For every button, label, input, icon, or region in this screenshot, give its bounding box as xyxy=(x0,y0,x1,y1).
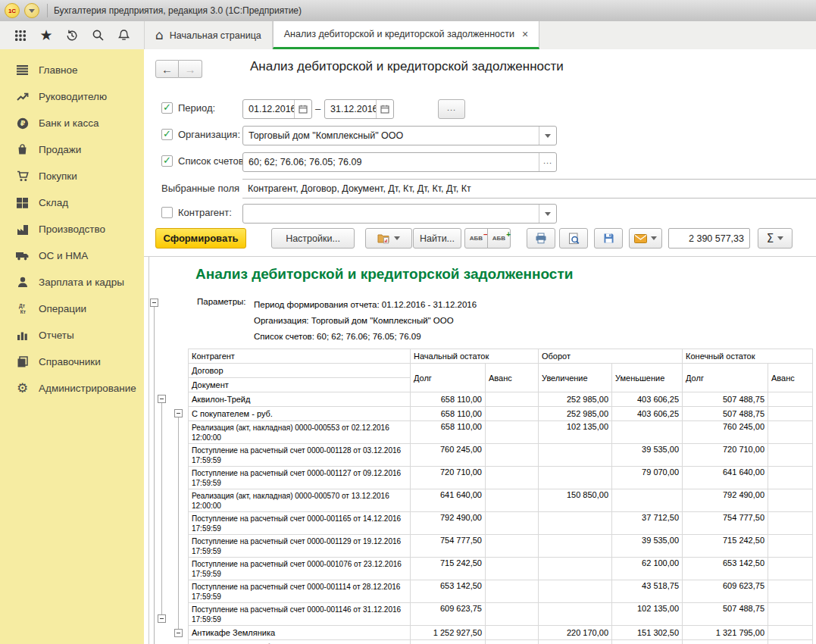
accounts-checkbox[interactable]: ✓ xyxy=(161,155,173,167)
system-menu-button[interactable] xyxy=(24,3,39,18)
cart-icon xyxy=(16,170,29,183)
collapse-subgroup-toggle[interactable] xyxy=(174,409,183,417)
ellipsis-icon[interactable]: ... xyxy=(539,153,556,171)
sidebar-item-pokupki[interactable]: Покупки xyxy=(0,163,144,189)
filter-row-counterparty: Контрагент: xyxy=(144,204,816,224)
sidebar-item-sklad[interactable]: Склад xyxy=(0,189,144,216)
sidebar-item-operacii[interactable]: Дт Кт Операции xyxy=(0,295,144,322)
sidebar-item-administrirovanie[interactable]: ⚙ Администрирование xyxy=(0,375,144,402)
sidebar-item-os-i-nma[interactable]: ОС и НМА xyxy=(0,242,144,269)
close-icon[interactable]: × xyxy=(522,29,528,39)
counterparty-select[interactable] xyxy=(242,204,557,224)
column-header: Уменьшение xyxy=(612,364,683,392)
table-row[interactable]: Поступление на расчетный счет 0000-00112… xyxy=(189,467,813,489)
expand-groups-button[interactable]: АБВ+ xyxy=(487,228,511,249)
counterparty-checkbox[interactable] xyxy=(161,207,173,218)
print-button[interactable] xyxy=(527,228,555,249)
sidebar-item-prodazhi[interactable]: Продажи xyxy=(0,136,144,163)
find-button[interactable]: Найти... xyxy=(413,228,461,249)
table-row[interactable]: С покупателем - руб.1 252 927,50220 170,… xyxy=(189,640,813,644)
search-icon[interactable] xyxy=(89,27,106,44)
sidebar-item-proizvodstvo[interactable]: Производство xyxy=(0,216,144,242)
sidebar-item-label: ОС и НМА xyxy=(39,250,88,261)
table-row[interactable]: Поступление на расчетный счет 0000-00111… xyxy=(189,580,813,603)
collapse-subgroup-toggle[interactable] xyxy=(174,629,183,637)
row-label: Поступление на расчетный счет 0000-00112… xyxy=(189,467,411,489)
row-value xyxy=(768,407,813,421)
row-value: 507 488,75 xyxy=(683,603,768,626)
table-row[interactable]: Поступление на расчетный счет 0000-00112… xyxy=(189,535,813,558)
sum-button[interactable]: Σ xyxy=(758,228,793,249)
fields-value-field[interactable]: Контрагент, Договор, Документ, Дт, Кт, Д… xyxy=(242,179,816,199)
collapse-group-toggle[interactable] xyxy=(158,614,166,623)
organization-checkbox[interactable]: ✓ xyxy=(161,129,173,140)
sidebar-item-zarplata-i-kadry[interactable]: Зарплата и кадры xyxy=(0,269,144,295)
table-row[interactable]: Реализация (акт, накладная) 0000-000570 … xyxy=(189,489,813,512)
email-button[interactable] xyxy=(629,228,662,249)
person-icon xyxy=(16,276,29,289)
apps-grid-icon[interactable] xyxy=(12,27,29,44)
calendar-icon[interactable] xyxy=(376,100,393,118)
report-param-line: Период формирования отчета: 01.12.2016 -… xyxy=(254,297,477,313)
back-button[interactable]: ← xyxy=(155,60,179,78)
table-row[interactable]: Антикафе Земляника1 252 927,50220 170,00… xyxy=(189,626,813,640)
books-icon xyxy=(16,355,29,368)
collapse-group-toggle[interactable] xyxy=(158,395,166,403)
truck-icon xyxy=(16,249,29,262)
sidebar-item-bank-i-kassa[interactable]: ₽ Банк и касса xyxy=(0,110,144,136)
sidebar-item-glavnoe[interactable]: Главное xyxy=(0,57,144,83)
filter-row-accounts: ✓ Список счетов: 60; 62; 76.06; 76.05; 7… xyxy=(144,152,816,172)
bell-icon[interactable] xyxy=(115,27,132,44)
collapse-groups-button[interactable]: АБВ− xyxy=(464,228,488,249)
table-row[interactable]: Поступление на расчетный счет 0000-00114… xyxy=(189,603,813,626)
sum-display-field[interactable]: 2 390 577,33 xyxy=(668,228,750,249)
table-row[interactable]: Поступление на расчетный счет 0000-00112… xyxy=(189,444,813,467)
row-value: 220 170,00 xyxy=(539,640,612,644)
generate-button[interactable]: Сформировать xyxy=(155,228,246,249)
history-icon[interactable] xyxy=(64,27,80,44)
row-value xyxy=(539,558,612,580)
table-row[interactable]: Реализация (акт, накладная) 0000-000553 … xyxy=(189,421,813,444)
print-preview-button[interactable] xyxy=(559,228,588,249)
chevron-down-icon[interactable] xyxy=(539,127,556,145)
collapse-report-toggle[interactable] xyxy=(150,299,158,307)
period-from-field[interactable]: 01.12.2016 xyxy=(242,99,312,119)
counterparty-label: Контрагент: xyxy=(178,207,232,218)
table-row[interactable]: Аквилон-Трейд658 110,00252 985,00403 606… xyxy=(189,392,813,407)
chevron-down-icon[interactable] xyxy=(539,205,556,223)
row-label: Поступление на расчетный счет 0000-00116… xyxy=(189,512,411,535)
report-variants-button[interactable] xyxy=(365,228,412,249)
row-label: Поступление на расчетный счет 0000-00114… xyxy=(189,603,411,626)
forward-button[interactable]: → xyxy=(179,60,202,78)
row-value: 760 245,00 xyxy=(411,444,486,467)
row-value: 507 488,75 xyxy=(683,407,768,421)
table-row[interactable]: С покупателем - руб.658 110,00252 985,00… xyxy=(189,407,813,421)
row-value xyxy=(768,421,813,444)
period-to-field[interactable]: 31.12.2016 xyxy=(324,99,394,119)
organization-select[interactable]: Торговый дом "Комплексный" ООО xyxy=(242,126,557,145)
window-titlebar: 1С Бухгалтерия предприятия, редакция 3.0… xyxy=(0,0,816,22)
sidebar-item-rukovoditelyu[interactable]: Руководителю xyxy=(0,83,144,110)
settings-button[interactable]: Настройки... xyxy=(271,228,355,249)
table-row[interactable]: Поступление на расчетный счет 0000-00116… xyxy=(189,512,813,535)
app-logo-1c-icon[interactable]: 1С xyxy=(5,3,20,18)
period-checkbox[interactable]: ✓ xyxy=(161,102,173,114)
row-value: 641 640,00 xyxy=(411,489,486,512)
tab-home[interactable]: ⌂ Начальная страница xyxy=(144,21,273,49)
sidebar-item-otchety[interactable]: Отчеты xyxy=(0,322,144,349)
row-value: 403 606,25 xyxy=(612,407,683,421)
star-icon[interactable]: ★ xyxy=(38,27,55,44)
tab-active-report[interactable]: Анализ дебиторской и кредиторской задолж… xyxy=(273,21,539,49)
row-value xyxy=(486,467,539,489)
report-params: Период формирования отчета: 01.12.2016 -… xyxy=(254,297,477,345)
row-value: 760 245,00 xyxy=(683,421,768,444)
table-row[interactable]: Поступление на расчетный счет 0000-00107… xyxy=(189,558,813,580)
accounts-field[interactable]: 60; 62; 76.06; 76.05; 76.09 ... xyxy=(242,152,557,172)
period-more-button[interactable]: ... xyxy=(438,99,465,119)
row-value: 641 640,00 xyxy=(683,467,768,489)
sidebar-item-spravochniki[interactable]: Справочники xyxy=(0,349,144,375)
calendar-icon[interactable] xyxy=(294,100,311,118)
save-button[interactable] xyxy=(594,228,623,249)
row-value xyxy=(768,467,813,489)
row-label: С покупателем - руб. xyxy=(189,640,411,644)
